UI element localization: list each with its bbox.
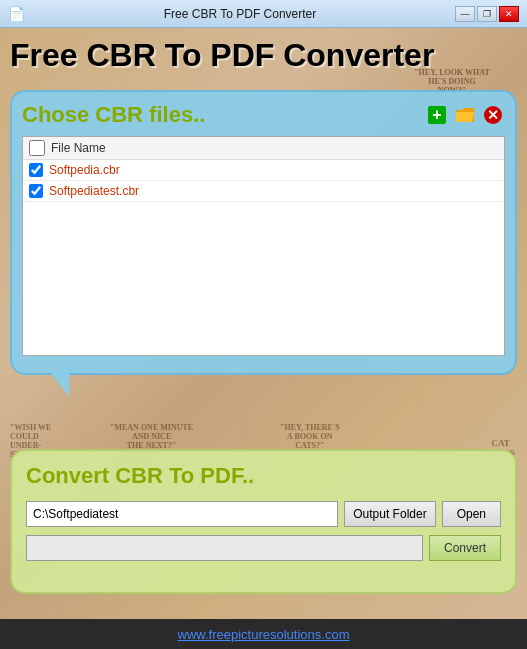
upper-panel-title: Chose CBR files.. (22, 102, 205, 128)
open-folder-button[interactable] (453, 103, 477, 127)
title-bar-icon: 📄 (8, 6, 25, 22)
title-bar: 📄 Free CBR To PDF Converter — ❐ ✕ (0, 0, 527, 28)
panel-icon-buttons: + ✕ (425, 103, 505, 127)
svg-text:+: + (432, 106, 441, 123)
file-name-column-header: File Name (51, 141, 106, 155)
file-list-container: File Name Softpedia.cbr Softpediatest.cb… (22, 136, 505, 356)
minimize-button[interactable]: — (455, 6, 475, 22)
restore-button[interactable]: ❐ (477, 6, 497, 22)
comic-text-3: "MEAN ONE MINUTEAND NICETHE NEXT?" (110, 423, 193, 450)
footer: www.freepicturesolutions.com (0, 619, 527, 649)
lower-panel: Convert CBR To PDF.. Output Folder Open … (10, 449, 517, 594)
upper-panel: Chose CBR files.. + ✕ (10, 90, 517, 375)
open-button[interactable]: Open (442, 501, 501, 527)
output-folder-button[interactable]: Output Folder (344, 501, 435, 527)
remove-file-button[interactable]: ✕ (481, 103, 505, 127)
close-button[interactable]: ✕ (499, 6, 519, 22)
add-file-button[interactable]: + (425, 103, 449, 127)
title-bar-title: Free CBR To PDF Converter (25, 7, 455, 21)
file-name-2: Softpediatest.cbr (49, 184, 139, 198)
list-item: Softpedia.cbr (23, 160, 504, 181)
convert-row: Convert (26, 535, 501, 561)
file-name-1: Softpedia.cbr (49, 163, 120, 177)
output-folder-row: Output Folder Open (26, 501, 501, 527)
comic-text-4: "HEY, THERE'SA BOOK ONCATS?" (280, 423, 340, 450)
title-bar-controls: — ❐ ✕ (455, 6, 519, 22)
progress-bar (26, 535, 423, 561)
app-main-title: Free CBR To PDF Converter (10, 38, 517, 73)
convert-button[interactable]: Convert (429, 535, 501, 561)
header-checkbox[interactable] (29, 140, 45, 156)
svg-text:✕: ✕ (487, 107, 499, 123)
file-checkbox-1[interactable] (29, 163, 43, 177)
output-path-input[interactable] (26, 501, 338, 527)
upper-panel-header: Chose CBR files.. + ✕ (22, 102, 505, 128)
file-list-header: File Name (23, 137, 504, 160)
file-checkbox-2[interactable] (29, 184, 43, 198)
footer-link[interactable]: www.freepicturesolutions.com (178, 627, 350, 642)
lower-panel-title: Convert CBR To PDF.. (26, 463, 501, 489)
list-item: Softpediatest.cbr (23, 181, 504, 202)
